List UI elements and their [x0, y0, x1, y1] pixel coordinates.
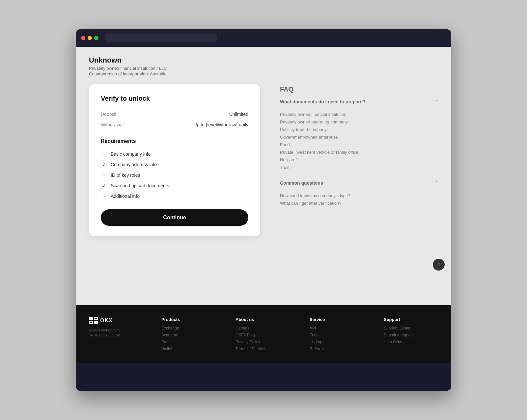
- requirement-item: ○Additional info: [101, 191, 248, 201]
- arrow-up-icon: ⇧: [437, 262, 441, 267]
- withdrawal-label: Withdrawal: [101, 122, 124, 127]
- footer-column: ProductsExchangeAcademyPoolWallet: [161, 317, 216, 354]
- footer-column-link[interactable]: Exchange: [161, 326, 216, 330]
- close-button[interactable]: [81, 36, 85, 40]
- footer-column-link[interactable]: API: [310, 326, 364, 330]
- browser-content: Unknown Privately owned financial instit…: [76, 47, 451, 363]
- okx-logo-icon: [89, 317, 98, 324]
- footer-column-link[interactable]: Referral: [310, 347, 364, 351]
- browser-chrome: [76, 29, 451, 47]
- faq-list-item[interactable]: Publicly traded company: [280, 126, 438, 133]
- minimize-button[interactable]: [88, 36, 92, 40]
- footer-column-link[interactable]: OKEx Blog: [236, 333, 290, 337]
- url-bar[interactable]: [105, 34, 217, 42]
- faq-list-item[interactable]: Privately owned financial institution: [280, 111, 438, 118]
- requirement-item: ○Basic company info: [101, 149, 248, 159]
- requirement-text: Company address info: [111, 162, 157, 167]
- modal-title: Verify to unlock: [101, 95, 248, 102]
- circle-icon: ○: [101, 193, 107, 199]
- faq-list-item[interactable]: How can I know my company's type?: [280, 192, 438, 199]
- modal-divider: [101, 134, 248, 134]
- footer-column-link[interactable]: Help Center: [384, 340, 438, 344]
- footer-column-link[interactable]: Support Center: [384, 326, 438, 330]
- footer-column: About usCareersOKEx BlogPrivacy PolicyTe…: [236, 317, 290, 354]
- logo-sq-3: [89, 321, 93, 324]
- requirement-text: Additional info: [111, 194, 140, 199]
- page-header: Unknown Privately owned financial instit…: [76, 47, 451, 82]
- faq-title: FAQ: [280, 86, 438, 93]
- requirements-list: ○Basic company info✓Company address info…: [101, 149, 248, 201]
- footer-column-link[interactable]: Wallet: [161, 347, 216, 351]
- requirement-text: Basic company info: [111, 151, 151, 157]
- footer: OKX service@okex.com ©2019 OKEX.COM Prod…: [76, 305, 451, 363]
- faq-list-item[interactable]: Fund: [280, 141, 438, 148]
- page-meta: Country/region of incorporation: Austral…: [89, 71, 438, 76]
- right-panel: FAQ What documents do I need to prepare?…: [280, 84, 438, 302]
- requirement-item: ✓Scan and upload documents: [101, 180, 248, 191]
- circle-icon: ○: [101, 151, 107, 157]
- footer-column-link[interactable]: Submit a request: [384, 333, 438, 337]
- deposit-row: Deposit Unlimited: [101, 109, 248, 119]
- footer-column-link[interactable]: Terms of Service: [236, 347, 290, 351]
- footer-column-title: Service: [310, 317, 364, 322]
- logo-sq-4: [94, 321, 98, 324]
- footer-column-link[interactable]: Pool: [161, 340, 216, 344]
- logo-sq-1: [89, 317, 93, 320]
- footer-logo: OKX: [89, 317, 142, 324]
- faq-list-item[interactable]: Private investment vehicle or family off…: [280, 148, 438, 156]
- withdrawal-row: Withdrawal Up to {levelWithdraw} daily: [101, 119, 248, 130]
- faq-list-1: Privately owned financial institutionPri…: [280, 108, 438, 174]
- footer-column-link[interactable]: Careers: [236, 326, 290, 330]
- page-title: Unknown: [89, 56, 438, 65]
- faq-list-item[interactable]: Non-profit: [280, 156, 438, 164]
- okx-logo-text: OKX: [100, 318, 113, 324]
- footer-email: service@okex.com: [89, 328, 142, 332]
- footer-column: SupportSupport CenterSubmit a requestHel…: [384, 317, 438, 354]
- requirements-title: Requirements: [101, 138, 248, 144]
- footer-copyright: ©2019 OKEX.COM: [89, 333, 142, 337]
- page-subtitle: Privately owned financial institution / …: [89, 66, 438, 71]
- modal-card: Verify to unlock Deposit Unlimited Withd…: [89, 84, 260, 236]
- faq-list-item[interactable]: Trust: [280, 164, 438, 171]
- chevron-up-icon-2: ⌃: [435, 181, 438, 185]
- footer-column: ServiceAPIFeesListingReferral: [310, 317, 364, 354]
- footer-column-link[interactable]: Listing: [310, 340, 364, 344]
- scroll-to-top-button[interactable]: ⇧: [433, 259, 445, 271]
- withdrawal-value: Up to {levelWithdraw} daily: [193, 122, 248, 127]
- faq-question-1[interactable]: What documents do I need to prepare? ⌃: [280, 99, 438, 108]
- faq-list-item[interactable]: Privately owned operating company: [280, 118, 438, 126]
- faq-question-2[interactable]: Common questions ⌃: [280, 180, 438, 189]
- faq-list-item[interactable]: What can I get after verification?: [280, 199, 438, 207]
- deposit-value: Unlimited: [229, 112, 248, 117]
- continue-button[interactable]: Continue: [101, 209, 248, 226]
- faq-section-1: What documents do I need to prepare? ⌃ P…: [280, 99, 438, 174]
- footer-columns: ProductsExchangeAcademyPoolWalletAbout u…: [161, 317, 438, 354]
- requirement-text: Scan and upload documents: [111, 183, 169, 188]
- footer-column-link[interactable]: Fees: [310, 333, 364, 337]
- faq-section-2: Common questions ⌃ How can I know my com…: [280, 180, 438, 210]
- browser-window: Unknown Privately owned financial instit…: [76, 29, 451, 391]
- footer-column-link[interactable]: Privacy Policy: [236, 340, 290, 344]
- footer-column-title: About us: [236, 317, 290, 322]
- circle-icon: ○: [101, 172, 107, 178]
- requirement-item: ○ID of key roles: [101, 170, 248, 180]
- maximize-button[interactable]: [94, 36, 98, 40]
- chevron-up-icon: ⌃: [435, 99, 438, 104]
- checkmark-icon: ✓: [101, 162, 107, 168]
- footer-column-title: Support: [384, 317, 438, 322]
- main-content: Verify to unlock Deposit Unlimited Withd…: [76, 82, 451, 305]
- faq-list-2: How can I know my company's type?What ca…: [280, 189, 438, 210]
- logo-sq-2: [94, 317, 98, 320]
- deposit-label: Deposit: [101, 112, 116, 117]
- faq-list-item[interactable]: Government-owned enterprise: [280, 133, 438, 141]
- footer-column-link[interactable]: Academy: [161, 333, 216, 337]
- requirement-text: ID of key roles: [111, 172, 140, 178]
- faq-question-1-text: What documents do I need to prepare?: [280, 99, 365, 104]
- faq-question-2-text: Common questions: [280, 180, 323, 186]
- footer-column-title: Products: [161, 317, 216, 322]
- footer-brand: OKX service@okex.com ©2019 OKEX.COM: [89, 317, 142, 337]
- requirement-item: ✓Company address info: [101, 159, 248, 170]
- left-panel: Verify to unlock Deposit Unlimited Withd…: [89, 84, 260, 302]
- traffic-lights: [81, 36, 98, 40]
- checkmark-icon: ✓: [101, 183, 107, 189]
